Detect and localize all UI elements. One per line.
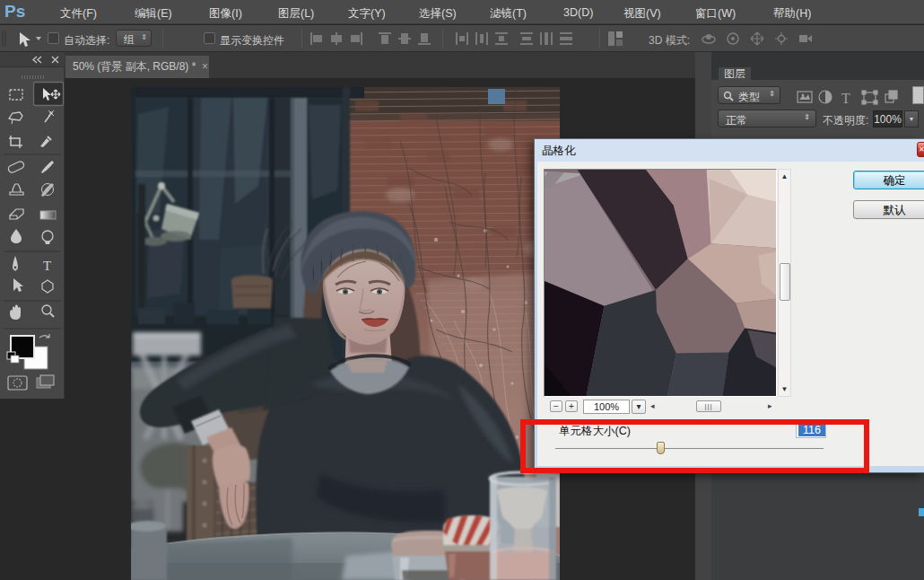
svg-text:T: T <box>43 259 51 273</box>
svg-text:T: T <box>841 91 850 106</box>
